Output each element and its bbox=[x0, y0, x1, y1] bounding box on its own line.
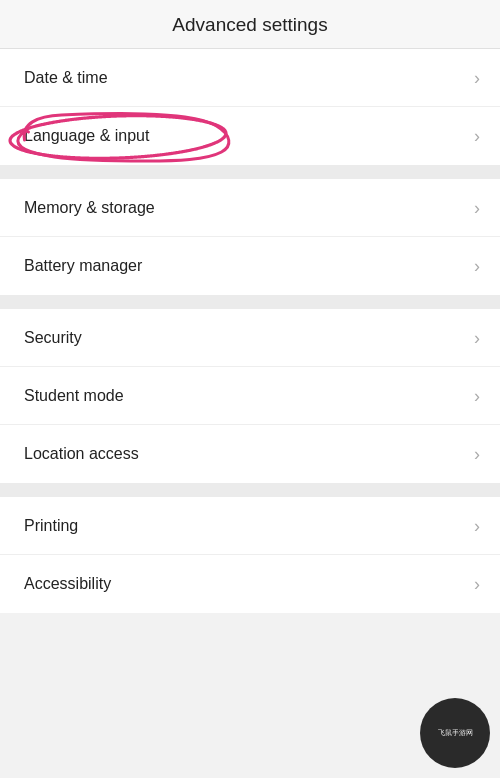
date-time-item[interactable]: Date & time › bbox=[0, 49, 500, 107]
student-mode-label: Student mode bbox=[24, 387, 124, 405]
section-datetime-language: Date & time › Language & input › bbox=[0, 49, 500, 165]
chevron-icon: › bbox=[474, 69, 480, 87]
chevron-icon: › bbox=[474, 445, 480, 463]
location-access-label: Location access bbox=[24, 445, 139, 463]
date-time-label: Date & time bbox=[24, 69, 108, 87]
security-label: Security bbox=[24, 329, 82, 347]
chevron-icon: › bbox=[474, 575, 480, 593]
battery-manager-item[interactable]: Battery manager › bbox=[0, 237, 500, 295]
page-title: Advanced settings bbox=[172, 14, 327, 35]
memory-storage-item[interactable]: Memory & storage › bbox=[0, 179, 500, 237]
chevron-icon: › bbox=[474, 387, 480, 405]
section-memory-battery: Memory & storage › Battery manager › bbox=[0, 179, 500, 295]
page-header: Advanced settings bbox=[0, 0, 500, 49]
chevron-icon: › bbox=[474, 127, 480, 145]
section-security-location: Security › Student mode › Location acces… bbox=[0, 309, 500, 483]
language-input-item[interactable]: Language & input › bbox=[0, 107, 500, 165]
accessibility-label: Accessibility bbox=[24, 575, 111, 593]
watermark-text: 飞鼠手游网 bbox=[434, 724, 477, 741]
section-divider-3 bbox=[0, 483, 500, 497]
printing-label: Printing bbox=[24, 517, 78, 535]
battery-manager-label: Battery manager bbox=[24, 257, 142, 275]
section-divider-2 bbox=[0, 295, 500, 309]
student-mode-item[interactable]: Student mode › bbox=[0, 367, 500, 425]
chevron-icon: › bbox=[474, 199, 480, 217]
section-divider-1 bbox=[0, 165, 500, 179]
security-item[interactable]: Security › bbox=[0, 309, 500, 367]
chevron-icon: › bbox=[474, 257, 480, 275]
language-input-label: Language & input bbox=[24, 127, 149, 145]
watermark-badge: 飞鼠手游网 bbox=[420, 698, 490, 768]
printing-item[interactable]: Printing › bbox=[0, 497, 500, 555]
chevron-icon: › bbox=[474, 329, 480, 347]
accessibility-item[interactable]: Accessibility › bbox=[0, 555, 500, 613]
section-printing-accessibility: Printing › Accessibility › bbox=[0, 497, 500, 613]
chevron-icon: › bbox=[474, 517, 480, 535]
memory-storage-label: Memory & storage bbox=[24, 199, 155, 217]
location-access-item[interactable]: Location access › bbox=[0, 425, 500, 483]
